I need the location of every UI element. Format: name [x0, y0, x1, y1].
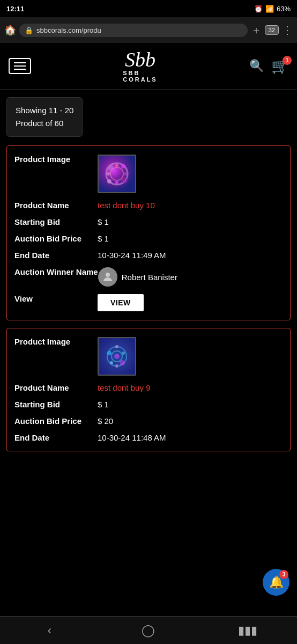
browser-bar: 🏠 🔒 sbbcorals.com/produ ＋ 32 ⋮: [0, 17, 297, 43]
browser-home-button[interactable]: 🏠: [4, 24, 16, 36]
bottom-nav: ‹ ◯ ▮▮▮: [0, 616, 297, 644]
product-name-value-2: test dont buy 9: [98, 383, 150, 392]
main-content: Showing 11 - 20 Product of 60 Product Im…: [0, 90, 297, 466]
svg-point-9: [115, 181, 118, 184]
cart-badge: 1: [283, 56, 292, 65]
browser-address-bar[interactable]: 🔒 sbbcorals.com/produ: [19, 24, 248, 37]
product-name-row-1: Product Name test dont buy 10: [14, 201, 283, 210]
auction-bid-price-row-2: Auction Bid Price $ 20: [14, 416, 283, 426]
product-image-thumbnail-1: [98, 155, 136, 193]
end-date-label-2: End Date: [14, 433, 98, 442]
status-bar: 12:11 ⏰ 📶 63%: [0, 0, 297, 17]
svg-point-7: [115, 164, 118, 167]
svg-point-20: [115, 345, 118, 348]
header-icons: 🔍 🛒 1: [249, 58, 288, 75]
winner-name-value-1: Robert Banister: [122, 273, 177, 282]
product-image-label-2: Product Image: [14, 337, 98, 346]
home-button[interactable]: ◯: [132, 619, 165, 642]
signal-icon: 📶: [265, 5, 274, 13]
product-name-label-1: Product Name: [14, 201, 98, 210]
starting-bid-value-2: $ 1: [98, 400, 109, 409]
product-card-1: Product Image: [6, 145, 291, 320]
logo-script: Sbb: [125, 49, 155, 70]
product-name-row-2: Product Name test dont buy 9: [14, 383, 283, 392]
starting-bid-row-1: Starting Bid $ 1: [14, 217, 283, 226]
view-row-1: View VIEW: [14, 294, 283, 311]
view-label-1: View: [14, 294, 98, 303]
winner-name-row-1: Auction Winner Name Robert Banister: [14, 267, 283, 287]
end-date-label-1: End Date: [14, 251, 98, 260]
svg-point-17: [122, 352, 125, 355]
svg-point-4: [121, 164, 125, 169]
starting-bid-row-2: Starting Bid $ 1: [14, 400, 283, 409]
browser-url: sbbcorals.com/produ: [36, 26, 242, 34]
svg-point-21: [115, 364, 118, 368]
hamburger-line-2: [14, 65, 26, 67]
end-date-value-2: 10-30-24 11:48 AM: [98, 433, 166, 442]
svg-point-6: [107, 179, 112, 184]
end-date-row-1: End Date 10-30-24 11:49 AM: [14, 251, 283, 260]
svg-point-15: [114, 354, 120, 359]
recents-button[interactable]: ▮▮▮: [232, 619, 264, 642]
hamburger-line-3: [14, 69, 26, 70]
auction-bid-price-row-1: Auction Bid Price $ 1: [14, 234, 283, 243]
svg-point-16: [107, 351, 112, 355]
product-image-thumbnail-2: [98, 337, 136, 376]
battery-icon: 63%: [277, 5, 291, 13]
svg-point-10: [107, 172, 110, 175]
svg-point-11: [106, 273, 110, 277]
showing-info-text: Showing 11 - 20 Product of 60: [16, 104, 73, 130]
alarm-icon: ⏰: [254, 5, 263, 13]
svg-point-5: [121, 177, 128, 184]
auction-bid-price-label-2: Auction Bid Price: [14, 416, 98, 426]
winner-avatar-1: [98, 267, 117, 287]
svg-point-8: [124, 172, 127, 175]
site-header: Sbb SBB CORALS 🔍 🛒 1: [0, 43, 297, 90]
status-icons: ⏰ 📶 63%: [254, 5, 291, 13]
svg-point-18: [120, 360, 125, 365]
auction-bid-price-label-1: Auction Bid Price: [14, 234, 98, 243]
product-name-value-1: test dont buy 10: [98, 201, 155, 210]
status-time: 12:11: [6, 5, 24, 13]
starting-bid-value-1: $ 1: [98, 217, 109, 226]
back-button[interactable]: ‹: [33, 619, 65, 642]
svg-point-3: [108, 165, 113, 170]
product-image-svg-2: [99, 338, 135, 375]
browser-menu-button[interactable]: ⋮: [282, 24, 293, 36]
logo-text: SBB CORALS: [123, 70, 157, 83]
winner-name-label-1: Auction Winner Name: [14, 267, 98, 276]
browser-tabs-button[interactable]: 32: [265, 25, 279, 35]
product-card-2: Product Image: [6, 328, 291, 451]
product-image-row-1: Product Image: [14, 155, 283, 193]
notification-fab-badge: 3: [279, 570, 288, 579]
showing-info: Showing 11 - 20 Product of 60: [6, 97, 83, 137]
svg-point-19: [110, 361, 113, 364]
hamburger-line-1: [14, 62, 26, 63]
svg-rect-0: [99, 156, 135, 192]
auction-bid-price-value-1: $ 1: [98, 234, 109, 243]
search-icon[interactable]: 🔍: [249, 59, 264, 73]
view-button-1[interactable]: VIEW: [98, 294, 144, 311]
cart-button[interactable]: 🛒 1: [271, 58, 288, 75]
end-date-value-1: 10-30-24 11:49 AM: [98, 251, 166, 260]
winner-info-1: Robert Banister: [98, 267, 177, 287]
product-image-svg-1: [99, 156, 135, 192]
end-date-row-2: End Date 10-30-24 11:48 AM: [14, 433, 283, 442]
starting-bid-label-1: Starting Bid: [14, 217, 98, 226]
notification-fab[interactable]: 🔔 3: [263, 569, 289, 596]
avatar-icon-1: [101, 270, 114, 283]
product-name-label-2: Product Name: [14, 383, 98, 392]
lock-icon: 🔒: [25, 26, 33, 34]
site-logo: Sbb SBB CORALS: [123, 49, 157, 83]
product-image-label-1: Product Image: [14, 155, 98, 164]
product-image-row-2: Product Image: [14, 337, 283, 376]
hamburger-menu-button[interactable]: [9, 58, 31, 74]
browser-new-tab-button[interactable]: ＋: [251, 23, 262, 38]
starting-bid-label-2: Starting Bid: [14, 400, 98, 409]
auction-bid-price-value-2: $ 20: [98, 416, 113, 426]
